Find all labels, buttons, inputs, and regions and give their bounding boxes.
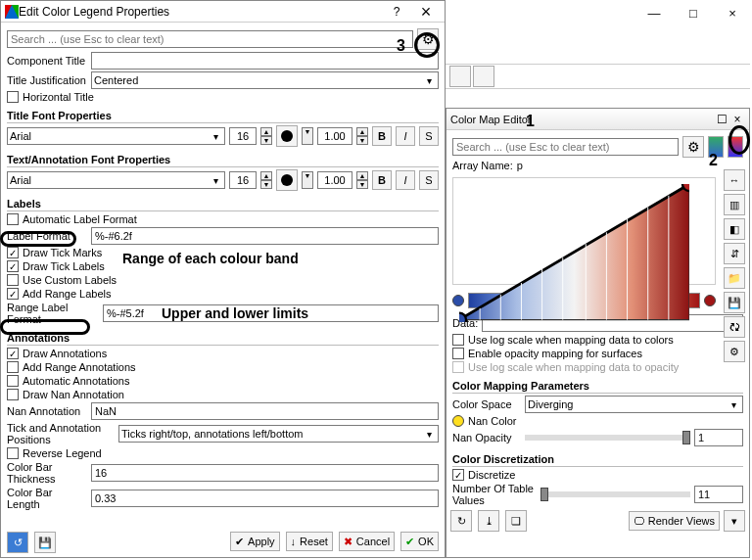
max-color-handle[interactable] bbox=[704, 295, 716, 306]
chk-discretize[interactable]: ✓Discretize bbox=[452, 469, 743, 481]
opacity-transfer-editor[interactable] bbox=[452, 177, 716, 285]
mainwin-maximize[interactable]: □ bbox=[674, 2, 713, 25]
color-bar-length-input[interactable] bbox=[91, 490, 439, 507]
nan-opacity-label: Nan Opacity bbox=[452, 432, 521, 443]
num-values-input[interactable] bbox=[694, 486, 743, 503]
label-format-input[interactable] bbox=[91, 227, 439, 245]
chk-use-custom-labels[interactable]: Use Custom Labels bbox=[7, 274, 439, 286]
text-font-color[interactable] bbox=[276, 169, 298, 191]
label-format-label: Label Format bbox=[7, 230, 87, 242]
text-font-opacity-spin[interactable]: ▲▼ bbox=[356, 171, 368, 189]
toolbar-unknown2[interactable] bbox=[473, 66, 494, 87]
chk-horizontal-title[interactable]: Horizontal Title bbox=[7, 91, 439, 103]
chk-reverse-legend[interactable]: Reverse Legend bbox=[7, 447, 439, 459]
cme-save-icon[interactable]: ⤓ bbox=[478, 510, 499, 532]
cme-tool-save-preset-icon[interactable]: 💾 bbox=[724, 292, 745, 313]
tick-positions-label: Tick and Annotation Positions bbox=[7, 422, 115, 445]
title-font-size-spinbtns[interactable]: ▲▼ bbox=[260, 127, 272, 145]
title-font-family-select[interactable]: Arial▾ bbox=[7, 127, 225, 145]
cme-reload-icon[interactable]: ↻ bbox=[450, 510, 472, 532]
dialog-gear-icon[interactable]: ⚙ bbox=[417, 28, 439, 50]
title-justification-label: Title Justification bbox=[7, 74, 87, 86]
nan-color-row[interactable]: Nan Color bbox=[452, 415, 743, 427]
chk-add-range-labels[interactable]: ✓Add Range Labels bbox=[7, 288, 439, 300]
nan-color-swatch[interactable] bbox=[452, 415, 464, 427]
color-bar-thickness-input[interactable] bbox=[91, 464, 439, 482]
text-italic-button[interactable]: I bbox=[396, 170, 415, 190]
text-font-color-dd[interactable]: ▼ bbox=[302, 171, 313, 189]
cme-copy-icon[interactable]: ❏ bbox=[505, 510, 527, 532]
annotation-range-band: Range of each colour band bbox=[122, 251, 299, 266]
ok-button[interactable]: ✔OK bbox=[400, 532, 439, 551]
nan-opacity-slider[interactable] bbox=[525, 435, 690, 441]
title-font-opacity-spin[interactable]: ▲▼ bbox=[356, 127, 368, 145]
cme-tool-invert-icon[interactable]: ⇵ bbox=[724, 243, 745, 264]
chk-opacity-surfaces[interactable]: Enable opacity mapping for surfaces bbox=[452, 348, 743, 359]
chk-automatic-annotations[interactable]: Automatic Annotations bbox=[7, 375, 439, 387]
dialog-help-button[interactable]: ? bbox=[382, 3, 411, 21]
array-name-label: Array Name: bbox=[452, 160, 513, 171]
text-font-opacity[interactable]: 1.00 bbox=[317, 171, 352, 189]
title-justification-select[interactable]: Centered▾ bbox=[91, 71, 439, 89]
cme-close-button[interactable]: × bbox=[729, 111, 745, 128]
text-font-family-select[interactable]: Arial▾ bbox=[7, 171, 225, 189]
component-title-input[interactable] bbox=[91, 52, 439, 70]
reset-button[interactable]: ↓Reset bbox=[286, 532, 333, 551]
cme-gear-icon[interactable]: ⚙ bbox=[682, 136, 704, 158]
nan-annotation-input[interactable] bbox=[91, 402, 439, 420]
restore-defaults-button[interactable]: ↺ bbox=[7, 532, 28, 553]
tick-positions-select[interactable]: Ticks right/top, annotations left/bottom… bbox=[118, 425, 439, 443]
paraview-logo-icon bbox=[5, 5, 19, 19]
chk-log-scale-color[interactable]: Use log scale when mapping data to color… bbox=[452, 334, 743, 346]
cme-float-button[interactable]: ☐ bbox=[714, 111, 729, 128]
cme-edit-legend-button[interactable] bbox=[728, 136, 743, 158]
color-space-select[interactable]: Diverging▾ bbox=[525, 396, 743, 413]
annotation-1: 1 bbox=[526, 113, 535, 130]
title-font-opacity[interactable]: 1.00 bbox=[317, 127, 352, 145]
section-labels: Labels bbox=[7, 195, 439, 211]
svg-point-2 bbox=[459, 313, 466, 322]
section-mapping: Color Mapping Parameters bbox=[452, 377, 743, 394]
color-space-label: Color Space bbox=[452, 398, 521, 410]
text-bold-button[interactable]: B bbox=[372, 170, 392, 190]
cme-title: Color Map Editor bbox=[450, 114, 714, 125]
text-font-size-spin[interactable]: ▲▼ bbox=[260, 171, 272, 189]
chk-add-range-annotations[interactable]: Add Range Annotations bbox=[7, 361, 439, 373]
color-bar-thickness-label: Color Bar Thickness bbox=[7, 461, 87, 485]
cme-tool-rescale-icon[interactable]: ↔ bbox=[724, 169, 745, 191]
chk-draw-annotations[interactable]: ✓Draw Annotations bbox=[7, 348, 439, 359]
chk-log-scale-opacity: Use log scale when mapping data to opaci… bbox=[452, 361, 743, 373]
cme-tool-adv-icon[interactable]: ⚙ bbox=[724, 341, 745, 362]
cme-tool-compute-icon[interactable]: 🗘 bbox=[724, 316, 745, 338]
section-discretization: Color Discretization bbox=[452, 450, 743, 467]
dialog-close-button[interactable]: × bbox=[411, 3, 441, 21]
dialog-search-input[interactable] bbox=[7, 30, 413, 48]
apply-button[interactable]: ✔Apply bbox=[230, 532, 280, 551]
dialog-title: Edit Color Legend Properties bbox=[19, 5, 382, 19]
num-values-label: Number Of Table Values bbox=[452, 483, 537, 506]
title-font-color-dd[interactable]: ▼ bbox=[302, 127, 313, 145]
cancel-button[interactable]: ✖Cancel bbox=[339, 532, 395, 551]
cme-tool-custom-range-icon[interactable]: ▥ bbox=[724, 194, 745, 215]
num-values-slider[interactable] bbox=[540, 491, 690, 497]
title-italic-button[interactable]: I bbox=[396, 126, 415, 146]
mainwin-close[interactable]: × bbox=[713, 2, 752, 25]
title-bold-button[interactable]: B bbox=[372, 126, 392, 146]
chk-draw-nan-annotation[interactable]: Draw Nan Annotation bbox=[7, 389, 439, 400]
title-font-size[interactable]: 16 bbox=[229, 127, 257, 145]
save-defaults-button[interactable]: 💾 bbox=[34, 532, 56, 553]
title-shadow-button[interactable]: S bbox=[419, 126, 439, 146]
render-views-button[interactable]: 🖵Render Views bbox=[629, 511, 720, 531]
title-font-color[interactable] bbox=[276, 125, 298, 147]
text-shadow-button[interactable]: S bbox=[419, 170, 439, 190]
nan-opacity-input[interactable] bbox=[694, 429, 743, 446]
color-bar-length-label: Color Bar Length bbox=[7, 487, 87, 510]
cme-tool-rescale-viz-icon[interactable]: ◧ bbox=[724, 218, 745, 240]
cme-search-input[interactable] bbox=[452, 138, 679, 156]
text-font-size[interactable]: 16 bbox=[229, 171, 257, 189]
mainwin-minimize[interactable]: — bbox=[634, 2, 674, 25]
render-dropdown[interactable]: ▾ bbox=[724, 510, 745, 532]
cme-tool-preset-icon[interactable]: 📁 bbox=[724, 267, 745, 289]
chk-auto-label-format[interactable]: Automatic Label Format bbox=[7, 213, 439, 225]
toolbar-unknown1[interactable] bbox=[449, 66, 471, 87]
